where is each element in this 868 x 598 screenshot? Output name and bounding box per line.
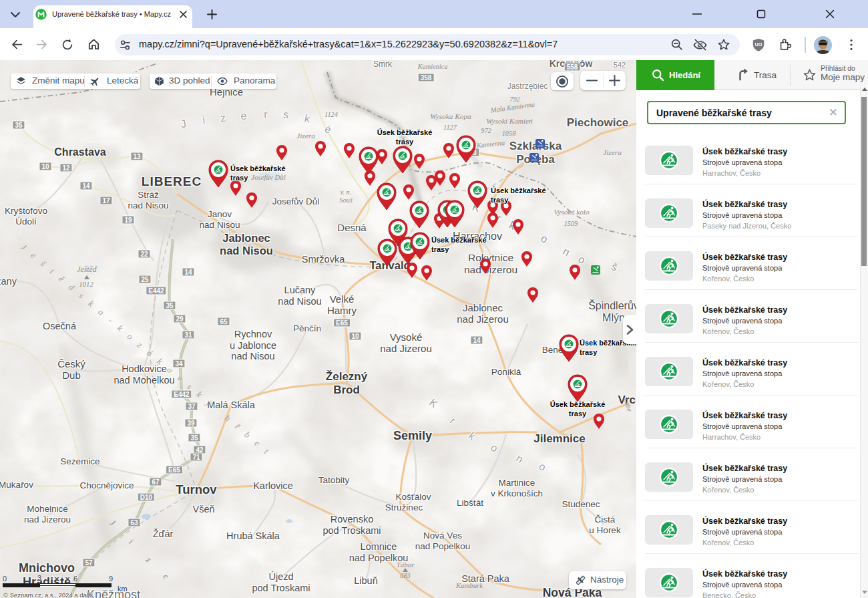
svg-text:UO: UO <box>755 41 763 47</box>
